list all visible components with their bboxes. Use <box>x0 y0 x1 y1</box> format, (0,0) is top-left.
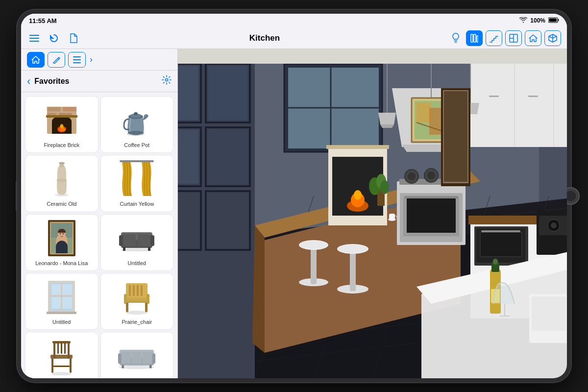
svg-point-32 <box>59 162 65 164</box>
svg-point-157 <box>354 190 362 200</box>
svg-rect-47 <box>138 234 151 246</box>
library-icon-btn[interactable] <box>466 30 483 46</box>
sidebar-header: ‹ Favorites <box>21 71 177 92</box>
monalisa-image <box>42 219 81 258</box>
svg-rect-57 <box>62 297 72 309</box>
home2d-icon-btn[interactable] <box>525 30 541 46</box>
svg-point-13 <box>166 79 168 81</box>
prairie-chair-image <box>117 277 156 317</box>
favorites-title: Favorites <box>34 77 158 86</box>
stairs-icon-btn[interactable] <box>486 30 502 46</box>
svg-rect-88 <box>132 351 142 363</box>
svg-rect-72 <box>125 301 148 303</box>
lightbulb-icon[interactable] <box>448 31 463 46</box>
svg-rect-65 <box>133 285 135 296</box>
svg-rect-170 <box>404 196 458 198</box>
sidebar-tab-draw[interactable] <box>48 52 65 68</box>
svg-point-61 <box>126 311 147 315</box>
grid-item-monalisa[interactable]: Leonardo - Mona Lisa <box>25 214 98 271</box>
svg-rect-132 <box>489 96 499 97</box>
svg-rect-90 <box>118 353 122 364</box>
svg-rect-10 <box>73 56 81 57</box>
back-button[interactable]: ‹ <box>27 75 30 88</box>
grid-item-prairie-chair[interactable]: Prairie_chair <box>100 273 174 330</box>
kitchen-3d-view[interactable] <box>178 49 567 378</box>
menu-icon[interactable] <box>27 31 42 46</box>
svg-rect-82 <box>70 358 72 373</box>
svg-rect-93 <box>149 365 152 368</box>
grid-item-sofa3x[interactable]: Sofa3x_amazing <box>100 332 174 378</box>
svg-rect-92 <box>122 365 124 368</box>
undo-icon[interactable] <box>47 31 61 46</box>
grid-item-ceramic[interactable]: Ceramic Old <box>25 155 98 212</box>
document-icon[interactable] <box>66 31 81 46</box>
coffee-pot-image <box>117 100 156 140</box>
svg-rect-197 <box>493 259 498 265</box>
svg-rect-7 <box>474 34 476 42</box>
wifi-icon <box>519 17 527 24</box>
svg-rect-91 <box>152 353 156 364</box>
grid-item-coffee-pot[interactable]: Coffee Pot <box>100 96 174 153</box>
svg-point-23 <box>62 127 66 131</box>
svg-rect-119 <box>178 66 198 120</box>
svg-rect-130 <box>528 96 538 97</box>
chair002-image <box>42 336 81 375</box>
svg-rect-81 <box>51 358 53 373</box>
svg-rect-89 <box>143 351 153 363</box>
curtain-label: Curtain Yellow <box>120 200 154 207</box>
sidebar-tab-more[interactable]: › <box>90 54 93 65</box>
grid-item-fireplace[interactable]: Fireplace Brick <box>25 96 98 153</box>
sidebar-grid: Fireplace Brick <box>21 92 177 378</box>
monalisa-label: Leonardo - Mona Lisa <box>35 260 88 267</box>
grid-item-untitled-sofa[interactable]: Untitled <box>100 214 174 271</box>
svg-rect-78 <box>57 343 59 354</box>
volume-button[interactable] <box>16 181 18 211</box>
untitled-window-image <box>42 277 81 317</box>
svg-point-211 <box>380 180 389 194</box>
svg-rect-56 <box>51 297 61 309</box>
svg-rect-205 <box>416 103 431 122</box>
3dbox-icon-btn[interactable] <box>544 30 561 46</box>
sofa3x-label: Sofa3x_amazing <box>117 377 157 378</box>
svg-point-84 <box>119 365 154 369</box>
svg-rect-77 <box>68 341 70 359</box>
svg-rect-4 <box>29 38 39 39</box>
svg-rect-15 <box>47 107 61 112</box>
grid-item-untitled-window[interactable]: Untitled <box>25 273 98 330</box>
sidebar-tab-house[interactable] <box>27 52 45 68</box>
fireplace-image <box>42 100 81 140</box>
coffee-pot-label: Coffee Pot <box>124 142 149 148</box>
svg-point-21 <box>60 124 63 128</box>
svg-point-142 <box>551 222 557 228</box>
svg-marker-181 <box>378 113 396 124</box>
svg-point-29 <box>128 131 144 135</box>
prairie-chair-label: Prairie_chair <box>122 318 152 325</box>
svg-rect-3 <box>29 35 39 36</box>
ceramic-image <box>42 159 81 198</box>
svg-rect-121 <box>178 130 198 184</box>
svg-rect-202 <box>532 296 566 331</box>
nav-title: Kitchen <box>85 33 444 43</box>
svg-rect-158 <box>326 145 389 149</box>
svg-rect-186 <box>311 245 317 284</box>
svg-rect-51 <box>148 247 150 251</box>
svg-rect-71 <box>145 301 147 312</box>
floorplan-icon-btn[interactable] <box>505 30 522 46</box>
svg-point-192 <box>338 245 368 253</box>
svg-rect-11 <box>73 59 81 60</box>
sidebar-tab-list[interactable] <box>68 52 86 68</box>
svg-rect-64 <box>129 285 131 296</box>
tablet-screen: 11:55 AM 100% <box>21 14 567 378</box>
svg-rect-120 <box>208 66 247 120</box>
svg-rect-60 <box>47 312 76 314</box>
grid-item-curtain[interactable]: Curtain Yellow <box>100 155 174 212</box>
status-bar: 11:55 AM 100% <box>21 14 567 27</box>
settings-icon[interactable] <box>162 75 172 87</box>
svg-rect-48 <box>119 235 123 246</box>
svg-point-188 <box>300 241 327 249</box>
svg-rect-67 <box>141 285 143 296</box>
svg-point-42 <box>62 233 64 234</box>
svg-point-41 <box>59 233 61 234</box>
grid-item-chair002[interactable]: Chair_002 <box>25 332 98 378</box>
svg-rect-79 <box>61 343 62 354</box>
